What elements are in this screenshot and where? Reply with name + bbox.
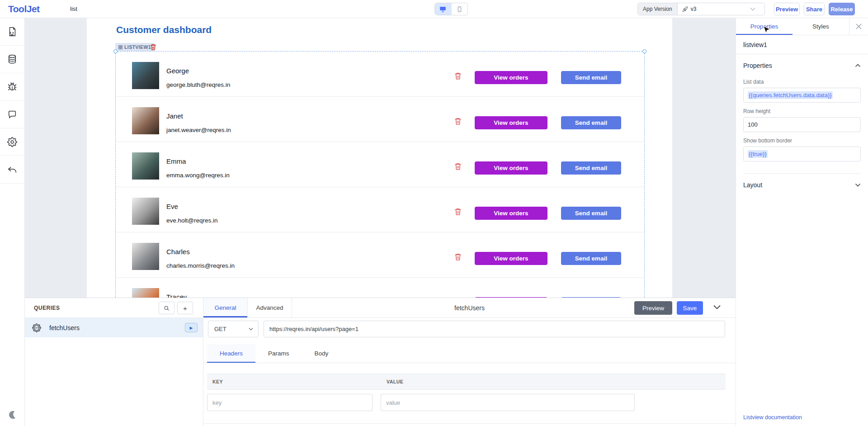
search-query-button[interactable] [159,302,175,314]
query-preview-button[interactable]: Preview [634,301,672,315]
sidebar-item-pages[interactable] [0,18,24,46]
key-column-header: KEY [212,374,223,389]
api-gear-icon: API [31,322,42,333]
delete-widget-icon[interactable] [150,43,157,51]
send-email-button[interactable]: Send email [561,207,621,220]
resize-handle-top-right[interactable] [642,49,646,53]
header-value-input[interactable] [381,394,635,411]
close-icon [856,24,862,29]
mobile-toggle[interactable] [451,3,468,15]
chevron-down-icon [249,327,253,331]
query-list-item-fetchusers[interactable]: API fetchUsers ▶ [25,318,203,337]
avatar [132,243,159,270]
mobile-icon [457,6,462,13]
app-name: list [70,0,77,18]
sidebar-item-debugger[interactable] [0,73,24,101]
grid-icon [118,45,123,49]
request-options-tabs: Headers Params Body [203,344,736,363]
left-sidebar [0,18,25,426]
delete-row-icon[interactable] [454,162,462,170]
properties-section-title: Properties [743,62,772,69]
resize-handle-top-left[interactable] [113,49,118,53]
share-button[interactable]: Share [804,3,825,15]
add-query-button[interactable]: + [177,302,193,314]
app-version-select[interactable]: App Version v3 [637,3,765,15]
sidebar-item-datasources[interactable] [0,46,24,73]
show-bottom-border-label: Show bottom border [743,137,861,144]
properties-section-header[interactable]: Properties [736,54,868,77]
desktop-toggle[interactable] [435,3,451,15]
value-column-header: VALUE [387,374,403,389]
search-icon [164,305,170,311]
widget-badge: LISTVIEW1 [115,43,154,51]
comments-icon [7,109,17,119]
view-orders-button[interactable]: View orders [475,116,547,129]
sidebar-item-comments[interactable] [0,101,24,128]
settings-icon [7,137,17,147]
dark-mode-toggle[interactable] [0,410,25,420]
page-title[interactable]: Customer dashboard [116,24,212,35]
list-data-input[interactable]: {{queries.fetchUsers.data.data}} [743,88,861,103]
app-version-label: App Version [638,3,678,15]
chevron-down-icon [855,183,861,187]
layout-section-title: Layout [743,181,762,189]
list-item: Charles charles.morris@reqres.in View or… [116,232,644,278]
list-item: Emma emma.wong@reqres.in View orders Sen… [116,142,644,187]
query-editor: General Advanced fetchUsers Preview Save… [203,298,736,426]
view-orders-button[interactable]: View orders [475,161,547,175]
listview-documentation-link[interactable]: Listview documentation [743,414,802,421]
delete-row-icon[interactable] [454,117,462,125]
preview-button[interactable]: Preview [774,3,800,15]
debugger-icon [7,82,17,92]
tab-params[interactable]: Params [255,344,302,363]
customer-name: Janet [166,112,183,120]
tab-properties[interactable]: Properties [736,18,793,35]
tab-headers[interactable]: Headers [207,344,255,363]
datasources-icon [7,54,17,64]
editor-divider [203,423,736,424]
run-query-button[interactable]: ▶ [185,323,198,332]
play-icon: ▶ [190,326,193,330]
http-method-select[interactable]: GET [208,321,259,337]
tab-styles[interactable]: Styles [793,18,849,35]
queries-panel-title: QUERIES [34,298,60,318]
show-bottom-border-input[interactable]: {{true}} [743,147,861,161]
url-input[interactable] [264,321,725,337]
avatar [132,198,159,225]
rocket-icon [682,6,688,12]
delete-row-icon[interactable] [454,208,462,216]
tab-advanced[interactable]: Advanced [248,298,292,317]
close-inspector-button[interactable] [849,18,868,35]
tooljet-app-builder: ToolJet list App Version v3 [0,0,868,426]
view-orders-button[interactable]: View orders [475,252,547,265]
customer-email: charles.morris@reqres.in [166,262,235,269]
inspector-panel: Properties Styles listview1 Properties L… [736,18,868,426]
tab-body[interactable]: Body [302,344,341,363]
show-bottom-border-value: {{true}} [748,150,768,158]
release-button[interactable]: Release [829,3,855,15]
list-data-label: List data [743,79,861,85]
layout-section-header[interactable]: Layout [736,174,868,196]
sidebar-item-settings[interactable] [0,128,24,156]
sidebar-item-undo[interactable] [0,156,24,184]
tab-general[interactable]: General [203,298,248,317]
query-save-button[interactable]: Save [677,301,703,315]
chevron-down-icon [750,7,755,11]
listview-widget[interactable]: George george.bluth@reqres.in View order… [115,51,645,322]
send-email-button[interactable]: Send email [561,252,621,265]
chevron-down-icon[interactable] [713,305,721,309]
delete-row-icon[interactable] [454,253,462,261]
query-list: QUERIES + API fetchUsers ▶ [25,298,203,426]
row-height-input[interactable]: 100 [743,117,861,132]
delete-row-icon[interactable] [454,72,462,80]
send-email-button[interactable]: Send email [561,161,621,175]
header-key-input[interactable] [207,394,373,411]
view-orders-button[interactable]: View orders [475,71,547,84]
view-orders-button[interactable]: View orders [475,207,547,220]
customer-email: eve.holt@reqres.in [166,217,218,224]
send-email-button[interactable]: Send email [561,71,621,84]
avatar [132,62,159,89]
customer-name: Charles [166,248,190,256]
send-email-button[interactable]: Send email [561,116,621,129]
widget-badge-label: LISTVIEW1 [124,44,151,50]
